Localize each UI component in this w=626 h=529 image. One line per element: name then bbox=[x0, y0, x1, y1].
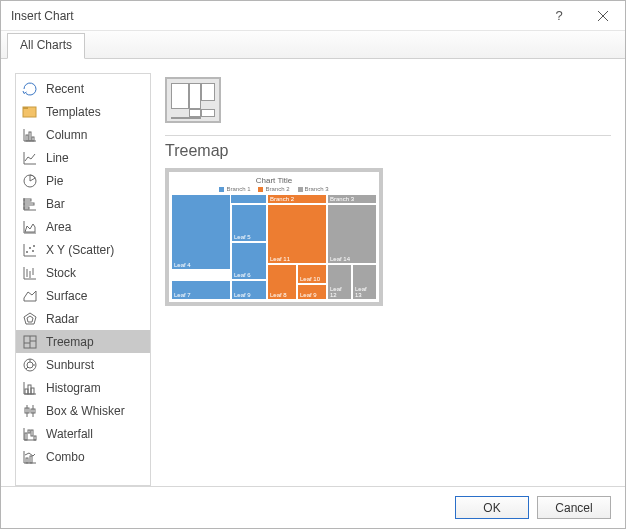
tab-all-charts[interactable]: All Charts bbox=[7, 33, 85, 59]
dialog-body: Recent Templates Column Line bbox=[1, 59, 625, 486]
window-title: Insert Chart bbox=[11, 9, 537, 23]
svg-rect-3 bbox=[23, 107, 28, 109]
sidebar-item-label: Waterfall bbox=[46, 427, 93, 441]
svg-rect-16 bbox=[24, 207, 29, 209]
svg-point-23 bbox=[29, 247, 31, 249]
sidebar-item-label: Area bbox=[46, 220, 71, 234]
sidebar-item-pie[interactable]: Pie bbox=[16, 169, 150, 192]
dialog-footer: OK Cancel bbox=[1, 486, 625, 528]
ok-button[interactable]: OK bbox=[455, 496, 529, 519]
preview-legend: Branch 1 Branch 2 Branch 3 bbox=[171, 186, 377, 194]
treemap-leaf: Leaf 11 bbox=[267, 204, 327, 264]
treemap-leaf: Leaf 14 bbox=[327, 204, 377, 264]
sidebar-item-label: Line bbox=[46, 151, 69, 165]
sidebar-item-area[interactable]: Area bbox=[16, 215, 150, 238]
treemap-leaf: Leaf 9 bbox=[231, 280, 267, 300]
subtype-treemap[interactable] bbox=[165, 77, 221, 123]
sidebar-item-label: X Y (Scatter) bbox=[46, 243, 114, 257]
treemap-leaf: Leaf 13 bbox=[352, 264, 377, 300]
boxwhisker-icon bbox=[22, 403, 38, 419]
sidebar-item-label: Histogram bbox=[46, 381, 101, 395]
column-icon bbox=[22, 127, 38, 143]
histogram-icon bbox=[22, 380, 38, 396]
treemap-icon bbox=[22, 334, 38, 350]
preview-title: Chart Title bbox=[171, 174, 377, 186]
sidebar-item-label: Surface bbox=[46, 289, 87, 303]
svg-marker-31 bbox=[24, 291, 36, 301]
sidebar-item-label: Combo bbox=[46, 450, 85, 464]
treemap-leaf: Leaf 10 bbox=[297, 264, 327, 284]
legend-item: Branch 1 bbox=[219, 186, 250, 192]
main-panel: Treemap Chart Title Branch 1 Branch 2 Br… bbox=[151, 73, 611, 486]
sidebar-item-label: Radar bbox=[46, 312, 79, 326]
svg-point-22 bbox=[26, 251, 28, 253]
svg-rect-15 bbox=[24, 203, 34, 205]
sidebar-item-treemap[interactable]: Treemap bbox=[16, 330, 150, 353]
surface-icon bbox=[22, 288, 38, 304]
sidebar-item-recent[interactable]: Recent bbox=[16, 77, 150, 100]
svg-rect-57 bbox=[34, 436, 36, 440]
branch-header: Branch 2 bbox=[267, 194, 327, 204]
treemap-leaf: Leaf 9 bbox=[297, 284, 327, 300]
sidebar-item-label: Sunburst bbox=[46, 358, 94, 372]
area-icon bbox=[22, 219, 38, 235]
combo-icon bbox=[22, 449, 38, 465]
sidebar-item-sunburst[interactable]: Sunburst bbox=[16, 353, 150, 376]
branch-header: Branch 3 bbox=[327, 194, 377, 204]
treemap-leaf: Leaf 8 bbox=[267, 264, 297, 300]
sidebar-item-boxwhisker[interactable]: Box & Whisker bbox=[16, 399, 150, 422]
svg-rect-8 bbox=[32, 137, 34, 141]
treemap-leaf: Leaf 7 bbox=[171, 280, 231, 300]
sidebar-item-label: Treemap bbox=[46, 335, 94, 349]
sidebar-item-line[interactable]: Line bbox=[16, 146, 150, 169]
sidebar-item-waterfall[interactable]: Waterfall bbox=[16, 422, 150, 445]
svg-rect-60 bbox=[26, 458, 28, 463]
sidebar-item-label: Column bbox=[46, 128, 87, 142]
sidebar-item-label: Stock bbox=[46, 266, 76, 280]
svg-rect-61 bbox=[30, 456, 32, 463]
treemap-leaf: Leaf 4 bbox=[171, 194, 231, 270]
svg-rect-14 bbox=[24, 199, 31, 201]
cancel-button[interactable]: Cancel bbox=[537, 496, 611, 519]
sidebar-item-combo[interactable]: Combo bbox=[16, 445, 150, 468]
waterfall-icon bbox=[22, 426, 38, 442]
pie-icon bbox=[22, 173, 38, 189]
svg-marker-19 bbox=[25, 224, 35, 232]
sidebar-item-label: Pie bbox=[46, 174, 63, 188]
svg-point-24 bbox=[32, 250, 34, 252]
recent-icon bbox=[22, 81, 38, 97]
chart-type-list[interactable]: Recent Templates Column Line bbox=[15, 73, 151, 486]
legend-item: Branch 2 bbox=[258, 186, 289, 192]
templates-icon bbox=[22, 104, 38, 120]
svg-rect-7 bbox=[29, 132, 31, 141]
treemap-leaf: Leaf 12 bbox=[327, 264, 352, 300]
tab-row: All Charts bbox=[1, 31, 625, 59]
bar-icon bbox=[22, 196, 38, 212]
sidebar-item-scatter[interactable]: X Y (Scatter) bbox=[16, 238, 150, 261]
sidebar-item-stock[interactable]: Stock bbox=[16, 261, 150, 284]
sidebar-item-label: Recent bbox=[46, 82, 84, 96]
treemap-leaf: Leaf 6 bbox=[231, 242, 267, 280]
line-icon bbox=[22, 150, 38, 166]
scatter-icon bbox=[22, 242, 38, 258]
sidebar-item-bar[interactable]: Bar bbox=[16, 192, 150, 215]
sidebar-item-label: Bar bbox=[46, 197, 65, 211]
sidebar-item-histogram[interactable]: Histogram bbox=[16, 376, 150, 399]
svg-rect-54 bbox=[25, 433, 27, 440]
sidebar-item-templates[interactable]: Templates bbox=[16, 100, 150, 123]
treemap-leaf: Leaf 5 bbox=[231, 204, 267, 242]
sidebar-item-surface[interactable]: Surface bbox=[16, 284, 150, 307]
svg-line-42 bbox=[26, 367, 28, 369]
stock-icon bbox=[22, 265, 38, 281]
sidebar-item-radar[interactable]: Radar bbox=[16, 307, 150, 330]
legend-item: Branch 3 bbox=[298, 186, 329, 192]
chart-preview[interactable]: Chart Title Branch 1 Branch 2 Branch 3 B… bbox=[165, 168, 383, 306]
sidebar-item-column[interactable]: Column bbox=[16, 123, 150, 146]
titlebar: Insert Chart ? bbox=[1, 1, 625, 31]
sunburst-icon bbox=[22, 357, 38, 373]
svg-rect-56 bbox=[31, 430, 33, 436]
help-button[interactable]: ? bbox=[537, 1, 581, 31]
chart-type-heading: Treemap bbox=[165, 136, 611, 168]
svg-rect-55 bbox=[28, 430, 30, 433]
close-button[interactable] bbox=[581, 1, 625, 31]
